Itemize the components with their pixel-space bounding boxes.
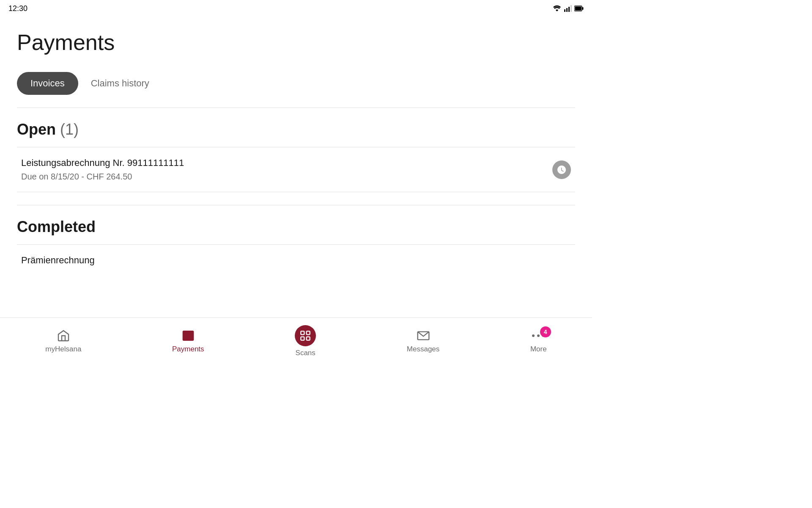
tabs-container: Invoices Claims history — [17, 72, 575, 95]
svg-rect-11 — [301, 331, 304, 334]
signal-icon — [564, 5, 572, 12]
main-content: Payments Invoices Claims history Open (1… — [0, 17, 592, 276]
svg-rect-6 — [582, 7, 584, 10]
nav-label-payments: Payments — [172, 345, 204, 353]
page-title: Payments — [17, 30, 575, 55]
svg-rect-13 — [301, 337, 304, 340]
tab-claims-history[interactable]: Claims history — [91, 78, 149, 89]
messages-icon — [417, 329, 430, 342]
divider-top — [17, 108, 575, 108]
nav-item-messages[interactable]: Messages — [398, 325, 448, 358]
nav-label-scans: Scans — [296, 349, 315, 357]
svg-rect-12 — [307, 331, 310, 334]
bottom-nav: myHelsana Payments Scans Messages — [0, 318, 592, 364]
invoice-due: Due on 8/15/20 - CHF 264.50 — [21, 172, 184, 182]
open-count: (1) — [60, 121, 79, 138]
completed-section: Completed Prämienrechnung — [17, 218, 575, 276]
invoice-name: Leistungsabrechnung Nr. 99111111111 — [21, 157, 184, 168]
completed-invoice-name: Prämienrechnung — [21, 255, 571, 266]
status-icons — [552, 5, 584, 12]
open-section-title: Open (1) — [17, 121, 575, 138]
nav-label-messages: Messages — [407, 345, 439, 353]
completed-section-title: Completed — [17, 218, 575, 236]
nav-item-payments[interactable]: Payments — [164, 325, 213, 358]
more-badge: 4 — [540, 326, 551, 337]
svg-rect-7 — [183, 331, 193, 340]
open-section: Open (1) Leistungsabrechnung Nr. 9911111… — [17, 121, 575, 192]
nav-item-scans[interactable]: Scans — [286, 321, 324, 362]
svg-rect-1 — [566, 8, 568, 12]
wifi-icon — [552, 5, 562, 12]
svg-point-17 — [537, 334, 540, 337]
status-time: 12:30 — [8, 4, 27, 13]
svg-rect-3 — [571, 5, 572, 12]
battery-icon — [574, 6, 584, 11]
payments-icon — [181, 329, 195, 342]
completed-invoice-item[interactable]: Prämienrechnung — [17, 244, 575, 276]
nav-item-more[interactable]: 4 More — [522, 325, 555, 358]
svg-rect-0 — [564, 9, 565, 12]
nav-item-myhelsana[interactable]: myHelsana — [37, 325, 90, 358]
clock-icon — [552, 160, 571, 179]
svg-rect-14 — [307, 337, 310, 340]
svg-rect-2 — [568, 7, 570, 12]
tab-invoices[interactable]: Invoices — [17, 72, 78, 95]
scans-icon — [295, 325, 316, 346]
invoice-item[interactable]: Leistungsabrechnung Nr. 99111111111 Due … — [17, 147, 575, 192]
divider-completed — [17, 205, 575, 205]
home-icon — [57, 329, 70, 342]
invoice-item-text: Leistungsabrechnung Nr. 99111111111 Due … — [21, 157, 184, 182]
nav-label-myhelsana: myHelsana — [45, 345, 81, 353]
nav-label-more: More — [530, 345, 547, 353]
status-bar: 12:30 — [0, 0, 592, 17]
svg-point-16 — [532, 334, 535, 337]
svg-rect-5 — [575, 7, 582, 11]
